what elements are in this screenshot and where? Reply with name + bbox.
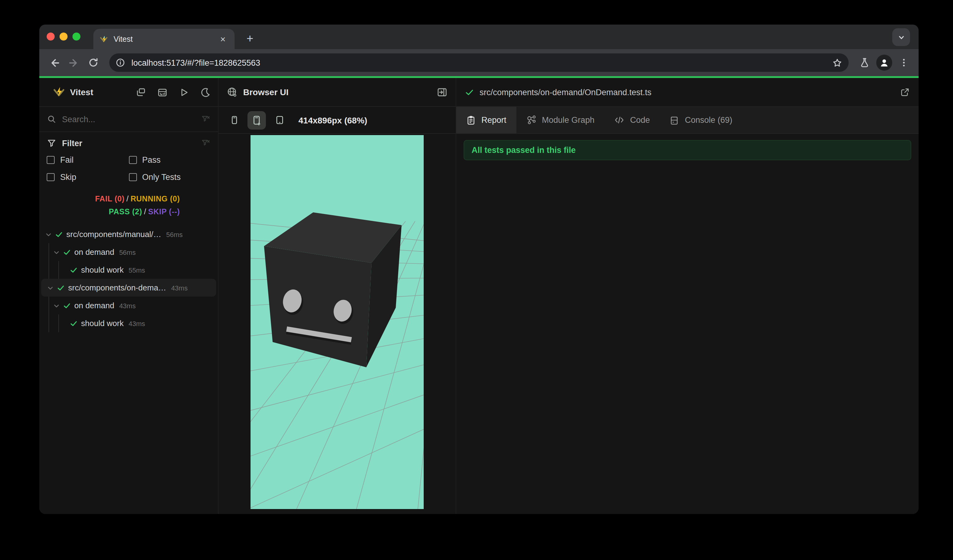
- tab-label: Module Graph: [542, 115, 594, 125]
- checkbox-label: Only Tests: [142, 172, 181, 182]
- new-tab-button[interactable]: +: [242, 31, 258, 47]
- pass-check-icon: [56, 283, 65, 292]
- test-summary: FAIL (0)/RUNNING (0) PASS (2)/SKIP (--): [39, 189, 218, 222]
- reload-button[interactable]: [85, 54, 102, 71]
- filter-checkbox-only-tests[interactable]: Only Tests: [129, 172, 211, 182]
- tab-label: Report: [481, 115, 506, 125]
- clear-search-filter-icon[interactable]: [201, 114, 211, 124]
- device-mobile-plus-button[interactable]: [247, 111, 266, 129]
- search-input[interactable]: Search...: [62, 115, 195, 124]
- filter-section: Filter Fail Pass Skip Only Tests: [39, 132, 218, 189]
- browser-preview-area: [219, 134, 456, 514]
- device-tablet-button[interactable]: [270, 111, 289, 129]
- device-mobile-small-button[interactable]: [225, 111, 243, 129]
- test-name: src/components/manual/…: [66, 230, 161, 239]
- test-duration: 43ms: [171, 284, 188, 292]
- clipboard-report-icon: [466, 115, 476, 125]
- browser-ui-title: Browser UI: [243, 87, 431, 97]
- chevron-down-icon[interactable]: [44, 230, 53, 239]
- pass-check-icon: [63, 248, 71, 256]
- summary-line-1: FAIL (0)/RUNNING (0): [39, 193, 180, 206]
- browser-menu-icon[interactable]: [895, 54, 913, 71]
- tab-label: Console (69): [685, 115, 733, 125]
- vitest-logo: [53, 86, 65, 98]
- filter-checkbox-skip[interactable]: Skip: [47, 172, 129, 182]
- file-header: src/components/on-demand/OnDemand.test.t…: [456, 78, 919, 107]
- search-row[interactable]: Search...: [39, 107, 218, 132]
- pass-check-icon: [69, 265, 78, 274]
- device-toolbar: 414x896px (68%): [219, 107, 456, 134]
- test-name: should work: [81, 319, 124, 328]
- browser-window: Vitest × +: [39, 25, 919, 514]
- address-bar[interactable]: localhost:5173/#/?file=1828625563: [109, 53, 849, 72]
- test-file-row[interactable]: src/components/manual/… 56ms: [39, 225, 218, 243]
- fail-count: FAIL (0): [95, 195, 125, 203]
- bookmark-star-icon[interactable]: [829, 55, 845, 71]
- checkbox[interactable]: [129, 156, 137, 164]
- test-suite-row[interactable]: on demand 56ms: [39, 243, 218, 261]
- test-case-row[interactable]: should work 43ms: [39, 314, 218, 332]
- banner-text: All tests passed in this file: [472, 146, 576, 155]
- test-file-row-selected[interactable]: src/components/on-dema… 43ms: [41, 279, 216, 296]
- chevron-down-icon[interactable]: [46, 283, 55, 292]
- tested-app-viewport[interactable]: [250, 135, 424, 509]
- dashboard-icon[interactable]: [157, 87, 168, 97]
- collapse-panels-icon[interactable]: [136, 87, 146, 97]
- test-duration: 43ms: [119, 302, 136, 309]
- open-external-icon[interactable]: [900, 87, 910, 97]
- tab-search-button[interactable]: [892, 28, 910, 46]
- site-info-icon[interactable]: [113, 55, 128, 70]
- checkbox[interactable]: [47, 156, 55, 164]
- test-name: on demand: [74, 247, 114, 257]
- back-button[interactable]: [45, 54, 63, 71]
- url-text[interactable]: localhost:5173/#/?file=1828625563: [131, 58, 829, 67]
- forward-button[interactable]: [65, 54, 82, 71]
- clear-filter-icon[interactable]: [201, 138, 211, 148]
- tab-label: Code: [630, 115, 650, 125]
- pass-count: PASS (2): [109, 208, 142, 216]
- filter-checkbox-pass[interactable]: Pass: [129, 155, 211, 164]
- pass-check-icon: [465, 87, 474, 97]
- tab-console[interactable]: Console (69): [660, 107, 742, 133]
- window-controls[interactable]: [47, 33, 81, 40]
- test-case-row[interactable]: should work 55ms: [39, 261, 218, 279]
- tab-code[interactable]: Code: [604, 107, 660, 133]
- experiments-flask-icon[interactable]: [856, 54, 873, 71]
- minimize-window-button[interactable]: [60, 33, 68, 40]
- checkbox-label: Fail: [60, 155, 74, 164]
- close-window-button[interactable]: [47, 33, 55, 40]
- report-panel: src/components/on-demand/OnDemand.test.t…: [456, 78, 919, 514]
- filter-checkbox-fail[interactable]: Fail: [47, 155, 129, 164]
- code-icon: [614, 115, 624, 125]
- pass-check-icon: [69, 319, 78, 327]
- test-suite-row[interactable]: on demand 43ms: [39, 296, 218, 314]
- tab-module-graph[interactable]: Module Graph: [516, 107, 604, 133]
- tab-strip: Vitest × +: [39, 25, 919, 49]
- browser-tab[interactable]: Vitest ×: [93, 29, 234, 49]
- tab-report[interactable]: Report: [456, 107, 516, 133]
- search-icon: [47, 114, 56, 124]
- test-name: should work: [81, 265, 124, 275]
- dark-mode-moon-icon[interactable]: [200, 87, 211, 97]
- checkbox[interactable]: [47, 173, 55, 181]
- test-name: src/components/on-dema…: [68, 283, 166, 292]
- checkbox-label: Pass: [142, 155, 161, 164]
- chevron-down-icon[interactable]: [52, 301, 61, 310]
- all-tests-passed-banner: All tests passed in this file: [464, 140, 911, 160]
- zoom-window-button[interactable]: [73, 33, 81, 40]
- chevron-down-icon[interactable]: [52, 248, 61, 256]
- robot-cube-scene: [250, 135, 424, 509]
- summary-line-2: PASS (2)/SKIP (--): [39, 206, 180, 219]
- open-panel-right-icon[interactable]: [436, 87, 448, 98]
- test-duration: 56ms: [119, 248, 136, 256]
- module-graph-icon: [526, 115, 536, 125]
- run-all-tests-icon[interactable]: [178, 87, 189, 97]
- tab-close-icon[interactable]: ×: [217, 34, 228, 45]
- vitest-favicon: [99, 35, 108, 43]
- pass-check-icon: [55, 230, 63, 239]
- profile-avatar[interactable]: [875, 54, 893, 71]
- filter-title: Filter: [62, 138, 195, 148]
- test-tree: src/components/manual/… 56ms on demand 5…: [39, 222, 218, 514]
- browser-ui-header: Browser UI: [219, 78, 456, 107]
- checkbox[interactable]: [129, 173, 137, 181]
